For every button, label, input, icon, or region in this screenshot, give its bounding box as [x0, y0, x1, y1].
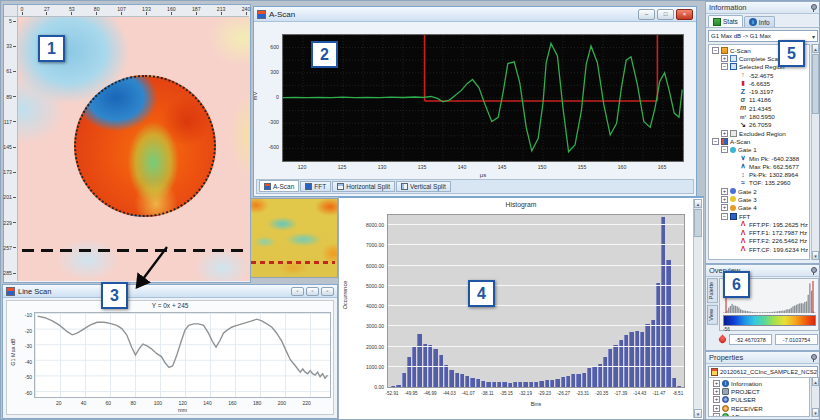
stats-tree-scrollbar[interactable]: ▴ ▾	[811, 44, 819, 260]
minimize-button[interactable]: –	[638, 9, 655, 20]
tree-item[interactable]: +RECEIVER	[710, 404, 809, 412]
tree-item[interactable]: +Information	[710, 379, 809, 387]
palette-min-field[interactable]: -52.4670378	[729, 334, 772, 345]
histogram-x-tick: -32.19	[516, 391, 534, 396]
tree-item[interactable]: FFT.F2: 226.5462 Hz	[710, 237, 809, 245]
tree-item[interactable]: +Gate 4	[710, 204, 809, 212]
histogram-bar	[555, 379, 559, 387]
tree-expander[interactable]: +	[713, 413, 720, 417]
cscan-ruler-tick: 89	[6, 93, 16, 101]
linescan-x-tick: 40	[76, 400, 92, 406]
side-tab-view[interactable]: View	[707, 305, 718, 325]
ascan-titlebar[interactable]: A-Scan – □ ×	[254, 7, 696, 22]
tree-expander[interactable]: +	[713, 396, 720, 403]
tree-item[interactable]: -52.4675	[710, 71, 809, 79]
histogram-bar	[635, 331, 639, 387]
tab-info[interactable]: Info	[744, 16, 775, 27]
tree-item[interactable]: 26.7059	[710, 121, 809, 129]
properties-scrollbar[interactable]: ▴ ▾	[811, 377, 819, 417]
tree-item[interactable]: +Gate 3	[710, 195, 809, 203]
tree-item[interactable]: Pk-Pk: 1302.8964	[710, 170, 809, 178]
histogram-y-tick: 6000.00	[355, 263, 384, 269]
scroll-down-arrow-icon[interactable]: ▾	[812, 251, 819, 260]
tree-item[interactable]: −A-Scan	[710, 137, 809, 145]
tree-expander[interactable]: −	[721, 63, 728, 70]
tree-item[interactable]: 180.5950	[710, 112, 809, 120]
tree-item[interactable]: FFT.PF: 195.2625 Hz	[710, 220, 809, 228]
tree-item[interactable]: FFT.F1: 172.7987 Hz	[710, 229, 809, 237]
maximize-button[interactable]: □	[657, 9, 674, 20]
histogram-scrollbar[interactable]: ▴ ▾	[693, 199, 702, 418]
tree-item[interactable]: −FFT	[710, 212, 809, 220]
tree-item[interactable]: 21.4345	[710, 104, 809, 112]
tree-item[interactable]: +PROJECT	[710, 387, 809, 395]
ascan-y-axis-label: mV	[252, 92, 258, 101]
scroll-up-arrow-icon[interactable]: ▴	[694, 199, 702, 208]
tree-expander[interactable]: −	[712, 47, 719, 54]
pin-icon[interactable]	[810, 354, 817, 362]
tree-item[interactable]: +Excluded Region	[710, 129, 809, 137]
ascan-x-tick: 160	[614, 164, 630, 170]
tree-item[interactable]: FFT.CF: 199.6234 Hz	[710, 245, 809, 253]
tab-fft[interactable]: FFT	[300, 181, 331, 192]
properties-panel-header[interactable]: Properties	[706, 352, 820, 364]
tree-item[interactable]: Min Pk: -640.2388	[710, 154, 809, 162]
secondary-cscan-window[interactable]	[248, 198, 338, 278]
tab-stats[interactable]: Stats	[708, 15, 743, 27]
tree-expander[interactable]: +	[713, 388, 720, 395]
linescan-titlebar[interactable]: Line Scan ▫ ▫ ▫	[3, 285, 337, 298]
tab-vertical-split[interactable]: Vertical Split	[396, 181, 451, 192]
tree-expander[interactable]: +	[721, 188, 728, 195]
tree-expander[interactable]: +	[721, 55, 728, 62]
tree-item[interactable]: -19.3197	[710, 87, 809, 95]
scroll-down-arrow-icon[interactable]: ▾	[812, 408, 819, 417]
ascan-x-tick: 140	[454, 164, 470, 170]
pulser-icon	[722, 396, 729, 403]
pin-icon[interactable]	[810, 267, 817, 275]
tree-item[interactable]: +Gate 2	[710, 187, 809, 195]
tree-expander[interactable]: +	[713, 380, 720, 387]
tree-item[interactable]: +AD	[710, 413, 809, 417]
histogram-window: Histogram Occurrence Bins ▴ ▾ 0.001000.0…	[338, 196, 704, 420]
cscan-ruler-tick: 0	[14, 6, 30, 15]
histogram-gridline	[388, 224, 684, 225]
tree-expander[interactable]: −	[721, 146, 728, 153]
tree-expander[interactable]: −	[712, 138, 719, 145]
tree-item[interactable]: 11.4186	[710, 96, 809, 104]
linescan-tool-button-1[interactable]: ▫	[291, 287, 304, 296]
pin-icon[interactable]	[810, 4, 817, 12]
properties-file-value: 20120612_CCInc_SAMPLE2_NCS2X	[720, 369, 818, 375]
ascan-plot[interactable]	[282, 34, 684, 162]
information-tabs: StatsInfo	[706, 14, 820, 28]
linescan-x-tick: 20	[51, 400, 67, 406]
tree-expander[interactable]: +	[721, 130, 728, 137]
histogram-plot[interactable]	[387, 214, 685, 388]
scroll-up-arrow-icon[interactable]: ▴	[812, 377, 819, 386]
palette-max-field[interactable]: -7.0103754	[775, 334, 818, 345]
scrollbar-thumb[interactable]	[694, 209, 702, 237]
tree-expander[interactable]: −	[721, 213, 728, 220]
scroll-up-arrow-icon[interactable]: ▴	[812, 44, 819, 53]
cscan-line-scan-marker[interactable]	[22, 249, 244, 252]
tree-item[interactable]: −Gate 1	[710, 146, 809, 154]
scrollbar-thumb[interactable]	[812, 54, 819, 114]
tree-label: Max Pk: 662.5677	[749, 163, 799, 170]
linescan-tool-button-3[interactable]: ▫	[321, 287, 334, 296]
linescan-tool-button-2[interactable]: ▫	[306, 287, 319, 296]
palette-gradient-bar[interactable]	[723, 315, 816, 326]
cscan-selected-region-circle[interactable]	[74, 75, 216, 217]
tree-expander[interactable]: +	[713, 405, 720, 412]
tree-expander[interactable]: +	[721, 204, 728, 211]
tree-item[interactable]: TOF: 135.2960	[710, 179, 809, 187]
tab-a-scan[interactable]: A-Scan	[259, 180, 299, 192]
scroll-down-arrow-icon[interactable]: ▾	[694, 409, 702, 418]
tree-item[interactable]: -6.6635	[710, 79, 809, 87]
side-tab-palette[interactable]: Palette	[707, 278, 718, 303]
tab-horizontal-split[interactable]: Horizontal Split	[332, 181, 395, 192]
tree-item[interactable]: +PULSER	[710, 396, 809, 404]
linescan-plot[interactable]	[34, 312, 331, 398]
information-panel-header[interactable]: Information	[706, 2, 820, 14]
tree-item[interactable]: Max Pk: 662.5677	[710, 162, 809, 170]
tree-expander[interactable]: +	[721, 196, 728, 203]
close-button[interactable]: ×	[676, 9, 693, 20]
